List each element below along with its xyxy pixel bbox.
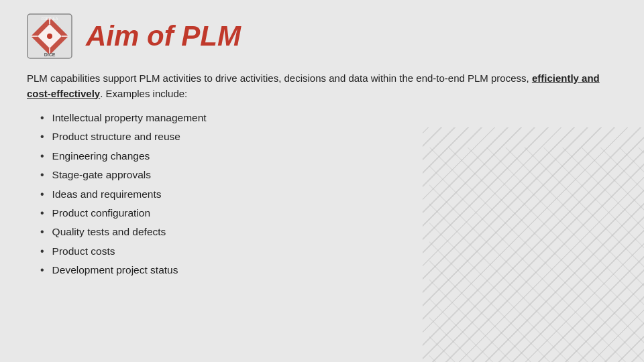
bullet-dot: • [40, 263, 44, 278]
bullet-dot: • [40, 244, 44, 259]
bullet-dot: • [40, 111, 44, 125]
logo: DICE FORMULA [27, 13, 72, 59]
bullet-text: Ideas and requirements [52, 187, 162, 202]
bullet-dot: • [40, 206, 44, 221]
list-item: •Product structure and reuse [40, 129, 617, 144]
list-item: •Stage-gate approvals [40, 168, 617, 182]
bullet-text: Intellectual property management [52, 111, 207, 125]
header: DICE FORMULA Aim of PLM [27, 13, 617, 59]
svg-text:DICE: DICE [44, 52, 56, 57]
page-title: Aim of PLM [86, 20, 241, 52]
intro-text-before: PLM capabilities support PLM activities … [27, 72, 532, 84]
bullet-dot: • [40, 187, 44, 202]
svg-text:FORMULA: FORMULA [42, 17, 58, 21]
list-item: •Development project status [40, 263, 617, 278]
list-item: •Ideas and requirements [40, 187, 617, 202]
bullet-text: Product structure and reuse [52, 129, 180, 144]
bullet-text: Engineering changes [52, 149, 150, 164]
page: DICE FORMULA Aim of PLM PLM capabilities… [0, 0, 644, 362]
bullet-list: •Intellectual property management•Produc… [27, 111, 617, 278]
intro-text-after: . Examples include: [100, 88, 187, 99]
bullet-text: Development project status [52, 263, 178, 278]
list-item: •Intellectual property management [40, 111, 617, 125]
bullet-text: Stage-gate approvals [52, 168, 151, 182]
list-item: •Engineering changes [40, 149, 617, 164]
list-item: •Product costs [40, 244, 617, 259]
list-item: •Product configuration [40, 206, 617, 221]
bullet-dot: • [40, 149, 44, 164]
bullet-dot: • [40, 168, 44, 182]
svg-point-9 [47, 34, 52, 39]
bullet-dot: • [40, 225, 44, 239]
bullet-text: Product costs [52, 244, 115, 259]
bullet-dot: • [40, 129, 44, 144]
intro-paragraph: PLM capabilities support PLM activities … [27, 71, 604, 101]
bullet-text: Product configuration [52, 206, 150, 221]
list-item: •Quality tests and defects [40, 225, 617, 239]
bullet-text: Quality tests and defects [52, 225, 166, 239]
